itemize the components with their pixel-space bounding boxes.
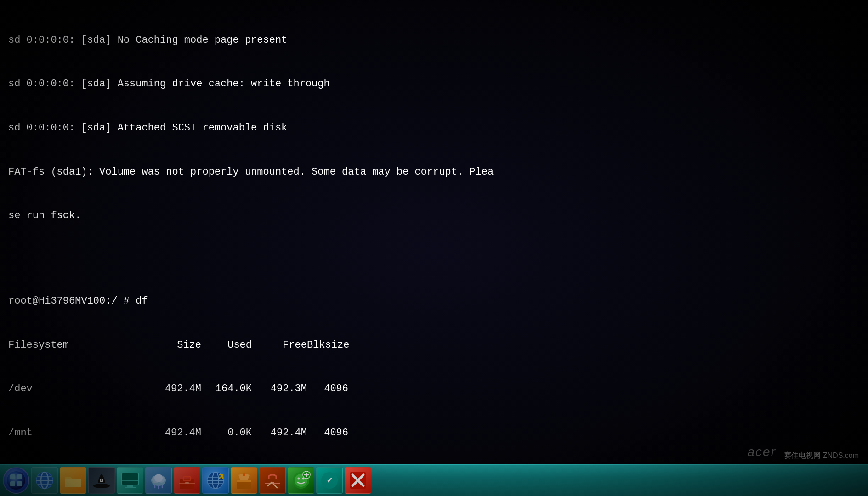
- df-header-row: FilesystemSizeUsedFreeBlksize: [8, 338, 860, 353]
- svg-point-44: [298, 478, 300, 480]
- znds-watermark: 赛佳电视网 ZNDS.com: [780, 450, 862, 462]
- svg-rect-37: [237, 480, 251, 482]
- terminal-blank: [8, 253, 860, 265]
- terminal-line: sd 0:0:0:0: [sda] No Caching mode page p…: [8, 33, 860, 48]
- df-row: /mnt492.4M0.0K492.4M4096: [8, 426, 860, 440]
- svg-point-38: [243, 473, 245, 476]
- svg-rect-4: [17, 481, 22, 486]
- terminal-line: se run fsck.: [8, 209, 860, 223]
- terminal-area: sd 0:0:0:0: [sda] No Caching mode page p…: [0, 0, 868, 464]
- svg-point-22: [154, 474, 163, 482]
- hat-icon[interactable]: [88, 467, 115, 494]
- cloud-icon[interactable]: [145, 467, 172, 494]
- red-toolbox-icon[interactable]: [174, 467, 200, 494]
- col-fs-header: Filesystem: [8, 338, 146, 353]
- terminal-line: sd 0:0:0:0: [sda] Assuming drive cache: …: [8, 77, 860, 91]
- svg-point-13: [101, 479, 102, 481]
- svg-rect-17: [127, 485, 133, 487]
- svg-rect-3: [10, 481, 15, 486]
- svg-rect-10: [65, 479, 81, 479]
- svg-text:✓: ✓: [326, 476, 333, 485]
- taskbar: ✓: [0, 464, 868, 496]
- red-x-icon[interactable]: [345, 467, 371, 494]
- folder-icon[interactable]: [60, 467, 86, 494]
- grid-icon[interactable]: [117, 467, 143, 494]
- svg-rect-18: [125, 487, 136, 488]
- znds-text: ZNDS.com: [823, 451, 859, 459]
- teal-app-icon[interactable]: ✓: [316, 467, 343, 494]
- df-command: root@Hi3796MV100:/ # df: [8, 294, 860, 309]
- terminal-line-warning: FAT-fs (sda1): Volume was not properly u…: [8, 165, 860, 180]
- screen: sd 0:0:0:0: [sda] No Caching mode page p…: [0, 0, 868, 496]
- terminal-line: sd 0:0:0:0: [sda] Attached SCSI removabl…: [8, 121, 860, 135]
- svg-rect-29: [185, 482, 189, 484]
- acer-logo: acer: [748, 445, 776, 459]
- ie-icon[interactable]: [31, 467, 58, 494]
- svg-point-11: [93, 484, 110, 488]
- toolbox-icon[interactable]: [259, 467, 286, 494]
- ie-icon-2[interactable]: [202, 467, 229, 494]
- svg-point-0: [7, 471, 25, 490]
- col-free-header: Free: [252, 338, 307, 353]
- svg-rect-2: [17, 474, 22, 479]
- green-plus-icon[interactable]: [288, 467, 314, 494]
- svg-rect-27: [183, 477, 191, 480]
- znds-site-label: 赛佳电视网: [784, 451, 821, 459]
- col-size-header: Size: [146, 338, 201, 353]
- tools-icon[interactable]: [231, 467, 257, 494]
- col-blk-header: Blksize: [307, 338, 348, 353]
- svg-rect-1: [10, 474, 15, 479]
- df-row: /dev492.4M164.0K492.3M4096: [8, 382, 860, 396]
- start-button[interactable]: [3, 467, 29, 494]
- col-used-header: Used: [201, 338, 252, 353]
